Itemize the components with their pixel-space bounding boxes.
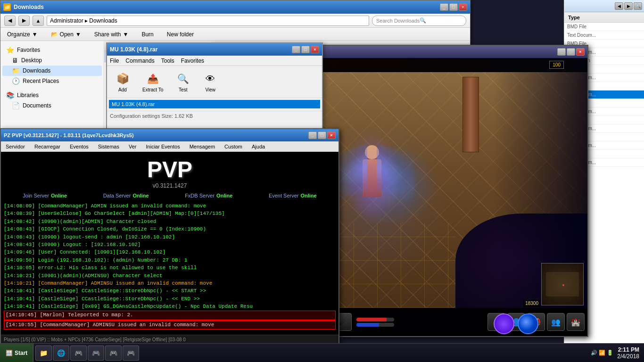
game-maximize-btn[interactable]: □ [567, 48, 575, 56]
taskbar-date: 2/4/2018 [617, 353, 639, 360]
right-file-row[interactable]: Text Docum... [564, 31, 644, 40]
right-panel-btn2[interactable]: ▶ [624, 2, 633, 10]
pvp-menu-ajuda[interactable]: Ajuda [250, 143, 267, 150]
view-label: View [206, 87, 216, 92]
game-close-btn[interactable]: × [576, 48, 585, 56]
explorer-window-controls: _ □ × [440, 3, 467, 11]
rar-close-btn[interactable]: × [311, 46, 319, 53]
stat-bars [354, 316, 486, 329]
back-btn[interactable]: ◀ [4, 16, 16, 26]
explorer-close-btn[interactable]: × [459, 3, 467, 11]
documents-label: Documents [23, 102, 51, 109]
burn-btn[interactable]: Burn [139, 30, 156, 39]
game-minimap [541, 263, 584, 305]
organize-label: Organize [7, 31, 30, 38]
sidebar-item-favorites[interactable]: ⭐ Favorites [2, 45, 102, 55]
new-folder-btn[interactable]: New folder [164, 30, 197, 39]
fxdb-value: Online [216, 193, 232, 198]
data-server-status: Data Server Online [103, 193, 149, 198]
rar-add-btn[interactable]: 📦 Add [111, 69, 134, 95]
pvp-log: [14:08:09] [CommandManager] ADMIN issued… [1, 200, 339, 335]
sidebar-item-documents[interactable]: 📄 Documents [2, 100, 102, 111]
aggro-indicator: 100 [549, 61, 564, 69]
rar-maximize-btn[interactable]: □ [301, 46, 310, 53]
rar-file-row[interactable]: MU 1.03K (4.8).rar [109, 100, 320, 109]
address-bar[interactable]: Administrator ▸ Downloads [47, 16, 369, 26]
mana-bar [356, 323, 394, 327]
explorer-maximize-btn[interactable]: □ [449, 3, 458, 11]
pvp-big-title: PVP [1, 156, 339, 182]
extract-label: Extract To [142, 87, 163, 92]
pvp-menu-recarregar[interactable]: Recarregar [33, 143, 62, 150]
up-btn[interactable]: ▲ [33, 16, 44, 26]
pvp-menu-eventos[interactable]: Eventos [68, 143, 91, 150]
log-line: [14:09:46] [User] Connected: [10901][192… [4, 249, 336, 256]
log-line: [14:10:41] [CastleSiege] [0x89] GS_DGAns… [4, 303, 336, 310]
taskbar-item-1[interactable]: 🌐 [53, 346, 69, 361]
hud-party[interactable]: 👥 [547, 313, 565, 331]
aggro-value: 100 [553, 62, 561, 67]
pvp-menu-sistemas[interactable]: Sistemas [96, 143, 121, 150]
downloads-label: Downloads [23, 67, 50, 74]
address-text: Administrator ▸ Downloads [50, 17, 117, 24]
organize-btn[interactable]: Organize ▼ [4, 30, 41, 39]
desktop-label: Desktop [21, 57, 42, 64]
rar-menu-file[interactable]: File [110, 58, 119, 64]
right-panel-btn1[interactable]: ◀ [615, 2, 623, 10]
sidebar-item-libraries[interactable]: 📚 Libraries [2, 90, 102, 100]
taskbar-item-5[interactable]: 🎮 [123, 346, 139, 361]
pvp-menu-iniciar[interactable]: Iniciar Eventos [144, 143, 182, 150]
data-value: Online [132, 193, 149, 198]
rar-view-btn[interactable]: 👁 View [198, 69, 222, 95]
start-button[interactable]: 🪟 Start [0, 344, 33, 362]
add-label: Add [118, 87, 127, 92]
rar-menu-favorites[interactable]: Favorites [181, 58, 204, 64]
mana-orb [518, 313, 538, 334]
search-bar[interactable]: Search Downloads 🔍 [372, 16, 466, 26]
data-label: Data Server [103, 193, 131, 198]
rar-status: Configuration settings Size: 1.62 KB [107, 111, 322, 120]
test-icon: 🔍 [175, 71, 190, 86]
rar-menu-commands[interactable]: Commands [125, 58, 154, 64]
taskbar-item-4[interactable]: 🎮 [105, 346, 122, 361]
taskbar-right: 🔊 📶 🔋 2:11 PM 2/4/2018 [586, 346, 644, 360]
share-with-btn[interactable]: Share with ▼ [91, 30, 132, 39]
pillar-right [462, 77, 479, 152]
log-line: [14:10:21] [CommandManager] ADMINSU issu… [4, 280, 336, 287]
pvp-menu-ver[interactable]: Ver [127, 143, 139, 150]
join-label: Join Server [23, 193, 49, 198]
forward-btn[interactable]: ▶ [18, 16, 30, 26]
explorer-minimize-btn[interactable]: _ [440, 3, 448, 11]
pvp-menu-custom[interactable]: Custom [223, 143, 244, 150]
sidebar-item-desktop[interactable]: 🖥 Desktop [2, 55, 102, 66]
hud-guild[interactable]: 🏰 [567, 313, 585, 331]
rar-extract-btn[interactable]: 📤 Extract To [138, 69, 167, 95]
pvp-close-btn[interactable]: × [327, 132, 336, 139]
rar-minimize-btn[interactable]: _ [292, 46, 300, 53]
pvp-maximize-btn[interactable]: □ [318, 132, 326, 139]
log-line: [14:09:50] Login (192.168.10.102): (admi… [4, 257, 336, 264]
pvp-minimize-btn[interactable]: _ [308, 132, 317, 139]
pvp-menu-servidor[interactable]: Servidor [4, 143, 27, 150]
taskbar-item-0[interactable]: 📁 [35, 346, 52, 361]
aggro-ball [494, 313, 514, 334]
right-file-row[interactable]: BMD File [564, 23, 644, 31]
character-sprite [344, 131, 400, 225]
game-window-controls: _ □ × [557, 48, 585, 56]
rar-window-controls: _ □ × [292, 46, 319, 53]
rar-menu-tools[interactable]: Tools [161, 58, 174, 64]
rar-test-btn[interactable]: 🔍 Test [171, 69, 195, 95]
pvp-titlebar: PZ PVP [v0.3121.1427] - 1.03.11 (1qve7Lc… [1, 129, 339, 141]
right-panel-search[interactable]: 🔍 [634, 2, 642, 10]
pvp-menu-mensagem[interactable]: Mensagem [188, 143, 217, 150]
explorer-icon: 📁 [3, 3, 11, 11]
sidebar-item-recent[interactable]: 🕐 Recent Places [2, 76, 102, 86]
taskbar: 🪟 Start 📁🌐🎮🎮🎮🎮 🔊 📶 🔋 2:11 PM 2/4/2018 [0, 343, 644, 362]
log-line: [14:08:43] (10900) logout-send : admin [… [4, 234, 336, 241]
open-btn[interactable]: 📂 Open ▼ [48, 30, 84, 39]
game-minimize-btn[interactable]: _ [557, 48, 566, 56]
log-line: [14:10:45] [Marlon] Teleported to map: 2… [4, 311, 336, 320]
taskbar-item-2[interactable]: 🎮 [70, 346, 87, 361]
taskbar-item-3[interactable]: 🎮 [88, 346, 104, 361]
sidebar-item-downloads[interactable]: 📁 Downloads [2, 66, 102, 76]
